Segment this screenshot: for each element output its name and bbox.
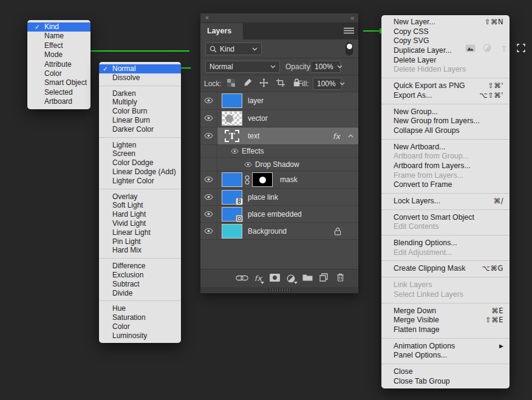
menu-item-selected[interactable]: ✓Selected [27,88,90,97]
menu-item-blending-options[interactable]: Blending Options... [381,239,510,248]
menu-item-quick-export-as-png[interactable]: Quick Export as PNG⇧⌘' [381,81,510,91]
layer-row-layer[interactable]: layer [200,92,358,110]
type-layer-filter-button[interactable]: T [498,43,510,55]
menu-item-create-clipping-mask[interactable]: Create Clipping Mask⌥⌘G [381,264,510,274]
menu-item-effect[interactable]: ✓Effect [27,41,90,50]
fill-dropdown[interactable]: 100% [313,78,342,90]
menu-item-linear-burn[interactable]: ✓Linear Burn [99,116,181,125]
filter-toggle[interactable] [346,42,353,55]
menu-item-color[interactable]: ✓Color [99,322,181,331]
menu-item-color-burn[interactable]: ✓Color Burn [99,107,181,116]
visibility-toggle-eye-icon[interactable] [204,97,213,105]
layer-row-effects[interactable]: Effects [200,145,358,158]
layer-row-mask[interactable]: mask [200,171,358,189]
panel-collapse-icon[interactable]: « [350,13,353,22]
opacity-dropdown[interactable]: 100% [310,61,341,73]
shape-layer-filter-button[interactable] [515,43,527,55]
menu-item-panel-options[interactable]: Panel Options... [381,351,510,361]
layer-row-drop-shadow[interactable]: Drop Shadow [200,158,358,171]
menu-item-close-tab-group[interactable]: Close Tab Group [381,377,510,387]
panel-menu-button[interactable] [344,27,354,35]
menu-item-lighter-color[interactable]: ✓Lighter Color [99,177,181,186]
menu-item-copy-css[interactable]: Copy CSS [381,27,510,37]
menu-item-merge-down[interactable]: Merge Down⌘E [381,307,510,316]
menu-item-smart-object[interactable]: ✓Smart Object [27,78,90,87]
menu-item-darker-color[interactable]: ✓Darker Color [99,125,181,134]
tab-layers[interactable]: Layers [200,23,243,39]
visibility-toggle-eye-icon[interactable] [244,162,252,167]
layer-effects-button[interactable]: fx [252,273,264,285]
menu-item-kind[interactable]: ✓Kind [27,22,90,32]
resize-grip[interactable] [268,289,292,291]
new-layer-button[interactable] [318,273,330,285]
lock-transparency-button[interactable] [225,78,237,90]
menu-item-difference[interactable]: ✓Difference [99,262,181,271]
menu-item-pin-light[interactable]: ✓Pin Light [99,237,181,246]
collapse-effects-icon[interactable] [348,134,353,138]
layer-row-place-link[interactable]: place link [200,189,358,206]
menu-item-collapse-all-groups[interactable]: Collapse All Groups [381,126,510,136]
menu-item-lock-layers[interactable]: Lock Layers...⌘/ [381,197,510,206]
layer-row-background[interactable]: Background [200,223,358,240]
menu-item-linear-dodge-add[interactable]: ✓Linear Dodge (Add) [99,168,181,177]
menu-item-lighten[interactable]: ✓Lighten [99,141,181,150]
visibility-toggle-eye-icon[interactable] [204,175,213,184]
layer-row-text[interactable]: Ttextfx [200,127,358,145]
add-layer-mask-button[interactable] [268,273,281,285]
menu-item-normal[interactable]: ✓Normal [99,64,181,73]
menu-item-color-dodge[interactable]: ✓Color Dodge [99,158,181,168]
menu-item-new-group[interactable]: New Group... [381,107,510,117]
menu-item-flatten-image[interactable]: Flatten Image [381,325,510,335]
menu-item-hard-light[interactable]: ✓Hard Light [99,210,181,219]
menu-item-new-group-from-layers[interactable]: New Group from Layers... [381,117,510,126]
layer-fx-badge[interactable]: fx [333,132,340,141]
menu-item-artboard[interactable]: ✓Artboard [27,97,90,106]
menu-item-dissolve[interactable]: ✓Dissolve [99,73,181,83]
menu-item-convert-to-frame[interactable]: Convert to Frame [381,180,510,190]
menu-item-darken[interactable]: ✓Darken [99,89,181,98]
menu-item-color[interactable]: ✓Color [27,69,90,78]
visibility-toggle-eye-icon[interactable] [204,132,213,140]
menu-item-divide[interactable]: ✓Divide [99,289,181,298]
menu-item-artboard-from-layers[interactable]: Artboard from Layers... [381,161,510,171]
blend-mode-dropdown[interactable]: Normal [205,61,280,73]
menu-item-screen[interactable]: ✓Screen [99,149,181,158]
menu-item-saturation[interactable]: ✓Saturation [99,313,181,322]
menu-item-exclusion[interactable]: ✓Exclusion [99,271,181,280]
menu-item-vivid-light[interactable]: ✓Vivid Light [99,219,181,228]
menu-item-subtract[interactable]: ✓Subtract [99,280,181,289]
menu-item-export-as[interactable]: Export As...⌥⇧⌘' [381,91,510,101]
adjustment-layer-button[interactable] [285,273,297,285]
menu-item-soft-light[interactable]: ✓Soft Light [99,201,181,210]
menu-item-name[interactable]: ✓Name [27,32,90,41]
lock-paint-button[interactable] [242,78,254,90]
pixel-layer-filter-button[interactable] [464,43,476,55]
visibility-toggle-eye-icon[interactable] [204,114,213,123]
adjustment-layer-filter-button[interactable] [481,43,493,55]
visibility-toggle-eye-icon[interactable] [231,149,239,154]
mask-link-icon[interactable] [245,175,250,185]
visibility-toggle-eye-icon[interactable] [204,210,213,219]
menu-item-linear-light[interactable]: ✓Linear Light [99,228,181,237]
delete-layer-button[interactable] [334,273,346,285]
layer-row-vector[interactable]: vector [200,110,358,127]
new-group-button[interactable] [301,273,313,285]
menu-item-hard-mix[interactable]: ✓Hard Mix [99,246,181,255]
menu-item-convert-to-smart-object[interactable]: Convert to Smart Object [381,213,510,223]
menu-item-attribute[interactable]: ✓Attribute [27,60,90,69]
lock-position-button[interactable] [258,78,270,90]
layer-row-place-embedded[interactable]: place embedded [200,206,358,223]
menu-item-luminosity[interactable]: ✓Luminosity [99,331,181,341]
menu-item-new-artboard[interactable]: New Artboard... [381,143,510,152]
panel-close-icon[interactable]: × [205,14,209,22]
menu-item-mode[interactable]: ✓Mode [27,50,90,59]
menu-item-overlay[interactable]: ✓Overlay [99,192,181,202]
link-layers-button[interactable] [236,273,248,285]
menu-item-hue[interactable]: ✓Hue [99,304,181,313]
visibility-toggle-eye-icon[interactable] [204,227,213,236]
filter-type-dropdown[interactable]: Kind [205,42,262,55]
lock-artboard-button[interactable] [275,78,287,90]
menu-item-multiply[interactable]: ✓Multiply [99,98,181,107]
menu-item-merge-visible[interactable]: Merge Visible⇧⌘E [381,316,510,325]
menu-item-close[interactable]: Close [381,367,510,377]
